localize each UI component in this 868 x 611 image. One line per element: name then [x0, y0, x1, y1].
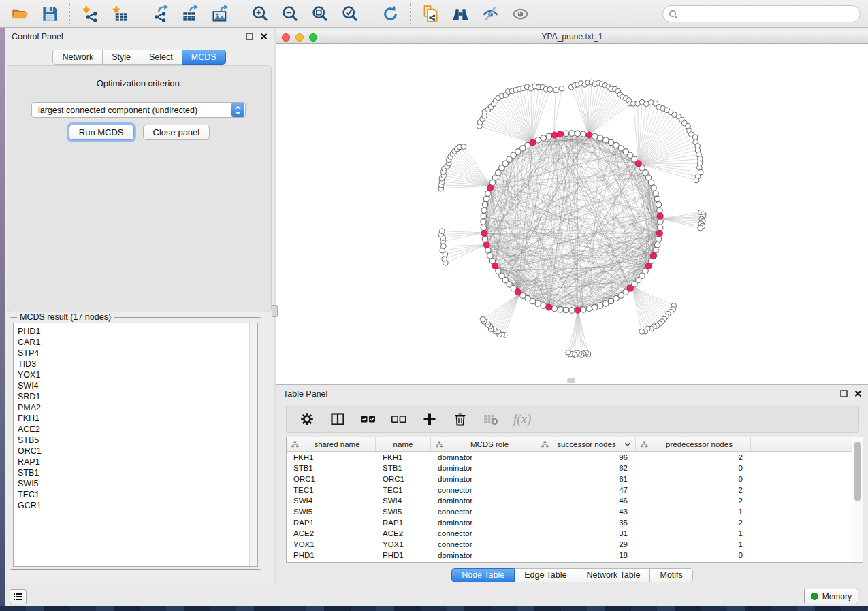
table-row[interactable]: FKH1FKH1dominator962 [287, 452, 852, 463]
column-header-shared-name[interactable]: shared name [287, 437, 376, 451]
close-panel-icon[interactable] [854, 389, 863, 398]
float-panel-icon[interactable] [245, 32, 254, 41]
zoom-selected-button[interactable] [340, 3, 360, 24]
table-row[interactable]: PHD1PHD1dominator180 [287, 550, 852, 561]
hide-selected-button[interactable] [480, 3, 500, 24]
mcds-result-item[interactable]: SWI5 [14, 478, 257, 489]
network-canvas[interactable] [276, 44, 868, 384]
table-row[interactable]: SWI5SWI5connector431 [287, 506, 852, 517]
mcds-result-item[interactable]: RAP1 [14, 457, 257, 467]
table-row[interactable]: YOX1YOX1connector291 [287, 539, 852, 550]
cell-successor-nodes: 62 [536, 464, 636, 472]
tab-style[interactable]: Style [103, 50, 140, 65]
create-column-button[interactable] [421, 411, 438, 427]
search-network-button[interactable] [450, 3, 470, 24]
network-graph[interactable] [276, 44, 868, 384]
apply-layout-button[interactable] [380, 3, 400, 24]
tab-network-table[interactable]: Network Table [577, 568, 651, 582]
export-image-button[interactable] [210, 3, 230, 24]
minimize-window-icon[interactable] [295, 33, 304, 42]
select-all-button[interactable] [360, 411, 376, 427]
close-window-icon[interactable] [282, 33, 290, 42]
table-row[interactable]: RAP1RAP1dominator352 [287, 517, 852, 528]
close-panel-button[interactable]: Close panel [143, 125, 210, 140]
export-to-web-button[interactable] [420, 3, 440, 24]
cell-shared-name: FKH1 [287, 453, 376, 461]
deselect-all-button[interactable] [391, 411, 407, 427]
column-header-name[interactable]: name [376, 437, 431, 451]
mcds-result-item[interactable]: ORC1 [14, 446, 257, 457]
zoom-fit-button[interactable] [310, 3, 330, 24]
mcds-result-item[interactable]: ACE2 [14, 424, 257, 435]
mcds-result-item[interactable]: SRD1 [14, 391, 257, 402]
float-panel-icon[interactable] [839, 389, 848, 398]
cell-MCDS-role: connector [431, 540, 536, 548]
show-columns-button[interactable] [329, 411, 346, 427]
memory-button[interactable]: Memory [804, 589, 858, 604]
export-network-icon [151, 5, 170, 23]
maximize-window-icon[interactable] [309, 33, 317, 42]
tab-edge-table[interactable]: Edge Table [515, 568, 577, 582]
table-scrollbar-thumb[interactable] [854, 442, 861, 501]
close-panel-icon[interactable] [259, 32, 268, 41]
show-panels-button[interactable] [10, 589, 27, 604]
table-scrollbar[interactable] [852, 437, 863, 562]
mcds-result-item[interactable]: STB5 [14, 435, 257, 446]
table-row[interactable]: STB1STB1dominator620 [287, 463, 852, 474]
tab-node-table[interactable]: Node Table [451, 568, 515, 582]
column-header-predecessor-nodes[interactable]: predecessor nodes [636, 437, 751, 451]
mcds-result-item[interactable]: FKH1 [14, 413, 257, 424]
search-input[interactable] [678, 10, 860, 19]
zoom-in-button[interactable] [250, 3, 270, 24]
run-mcds-button[interactable]: Run MCDS [69, 125, 134, 140]
mcds-result-item[interactable]: GCR1 [14, 500, 257, 511]
import-table-button[interactable] [110, 3, 130, 24]
cell-successor-nodes: 18 [536, 551, 636, 559]
mcds-list-scrollbar[interactable] [249, 323, 257, 566]
mcds-result-item[interactable]: TID3 [14, 359, 257, 369]
table-row[interactable]: ACE2ACE2connector311 [287, 528, 852, 539]
tab-select[interactable]: Select [140, 50, 182, 65]
node-table[interactable]: shared namenameMCDS rolesuccessor nodesp… [286, 437, 863, 563]
save-session-button[interactable] [39, 3, 60, 24]
tab-mcds[interactable]: MCDS [182, 50, 226, 65]
mcds-result-list[interactable]: PHD1CAR1STP4TID3YOX1SWI4SRD1PMA2FKH1ACE2… [13, 323, 258, 567]
delete-table-button[interactable] [483, 411, 499, 427]
sort-descending-icon [624, 442, 631, 447]
import-network-button[interactable] [80, 3, 100, 24]
mcds-result-item[interactable]: STB1 [14, 467, 257, 478]
table-row[interactable]: ORC1ORC1dominator610 [287, 474, 852, 484]
export-image-icon [211, 5, 229, 23]
tab-network[interactable]: Network [52, 50, 103, 65]
table-row[interactable]: SWI4SWI4dominator462 [287, 495, 852, 506]
mcds-result-item[interactable]: TEC1 [14, 489, 257, 500]
vertical-splitter-grip[interactable] [272, 305, 278, 317]
export-table-button[interactable] [180, 3, 200, 24]
eye-icon [511, 5, 530, 23]
mcds-result-item[interactable]: STP4 [14, 348, 257, 359]
delete-columns-button[interactable] [452, 411, 468, 427]
apply-function-button[interactable]: f(x) [513, 412, 531, 427]
mcds-result-item[interactable]: PMA2 [14, 402, 257, 413]
mcds-result-item[interactable]: PHD1 [14, 326, 257, 337]
cell-shared-name: STB1 [287, 464, 376, 472]
table-options-button[interactable] [299, 411, 315, 427]
mcds-result-item[interactable]: CAR1 [14, 337, 257, 348]
column-header-MCDS-role[interactable]: MCDS role [431, 437, 536, 451]
export-network-button[interactable] [150, 3, 170, 24]
tab-motifs[interactable]: Motifs [650, 568, 692, 582]
criterion-select[interactable]: largest connected component (undirected) [31, 102, 246, 118]
mcds-result-item[interactable]: SWI4 [14, 380, 257, 391]
zoom-out-button[interactable] [280, 3, 300, 24]
column-header-successor-nodes[interactable]: successor nodes [536, 437, 636, 451]
cell-MCDS-role: connector [431, 508, 536, 516]
show-all-button[interactable] [510, 3, 530, 24]
open-file-button[interactable] [10, 3, 30, 24]
table-row[interactable]: TEC1TEC1connector472 [287, 484, 852, 495]
zoom-selected-icon [341, 5, 359, 23]
horizontal-splitter-grip[interactable] [567, 378, 575, 383]
toolbar-search[interactable] [662, 5, 861, 22]
cell-MCDS-role: dominator [431, 518, 536, 527]
cell-predecessor-nodes: 2 [636, 453, 751, 461]
mcds-result-item[interactable]: YOX1 [14, 369, 257, 380]
